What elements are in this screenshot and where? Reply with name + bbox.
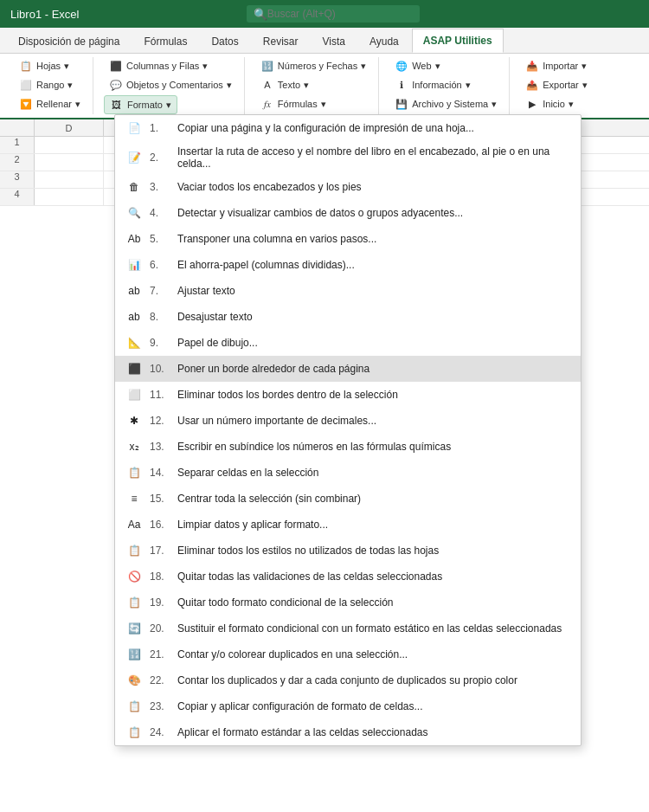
menu-item-19[interactable]: 📋19.Quitar todo formato condicional de l… [115, 590, 581, 615]
btn-hojas[interactable]: 📋 Hojas ▾ [14, 57, 74, 74]
menu-item-3[interactable]: 🗑3.Vaciar todos los encabezados y los pi… [115, 174, 581, 200]
menu-item-text: Limpiar datos y aplicar formato... [177, 519, 570, 531]
dropdown-arrow: ▾ [435, 61, 440, 72]
btn-informacion[interactable]: ℹ Información ▾ [389, 76, 475, 93]
unwrap-text-icon: ab [125, 308, 143, 325]
formato-icon: 🖼 [110, 98, 124, 112]
menu-item-text: Vaciar todos los encabezados y los pies [177, 181, 570, 193]
menu-item-21[interactable]: 🔢21.Contar y/o colorear duplicados en un… [115, 641, 581, 667]
menu-item-text: Papel de dibujo... [177, 337, 570, 349]
menu-item-20[interactable]: 🔄20.Sustituir el formato condicional con… [115, 615, 581, 641]
row-num-header [0, 119, 35, 136]
ribbon-tabs: Disposición de página Fórmulas Datos Rev… [0, 28, 649, 54]
btn-formato[interactable]: 🖼 Formato ▾ [104, 95, 177, 114]
dropdown-arrow: ▾ [582, 80, 588, 91]
menu-item-11[interactable]: ⬜11.Eliminar todos los bordes dentro de … [115, 382, 581, 408]
btn-importar[interactable]: 📥 Importar ▾ [520, 57, 592, 74]
tab-ayuda[interactable]: Ayuda [358, 29, 410, 53]
formulas-icon: 𝑓𝑥 [260, 97, 274, 111]
menu-item-22[interactable]: 🎨22.Contar los duplicados y dar a cada c… [115, 667, 581, 693]
dropdown-arrow: ▾ [466, 80, 471, 91]
menu-item-text: Usar un número importante de decimales..… [177, 415, 570, 427]
clean-data-icon: Aa [125, 516, 143, 533]
btn-rango[interactable]: ⬜ Rango ▾ [14, 76, 78, 93]
menu-item-18[interactable]: 🚫18.Quitar todas las validaciones de las… [115, 564, 581, 590]
btn-web[interactable]: 🌐 Web ▾ [389, 57, 445, 74]
btn-exportar[interactable]: 📤 Exportar ▾ [520, 76, 593, 93]
tab-formulas[interactable]: Fórmulas [132, 29, 198, 53]
menu-item-9[interactable]: 📐9.Papel de dibujo... [115, 330, 581, 356]
count-duplicates-icon: 🔢 [125, 646, 143, 663]
menu-item-text: Ajustar texto [177, 285, 570, 297]
wrap-text-icon: ab [125, 282, 143, 300]
tab-disposition[interactable]: Disposición de página [7, 29, 131, 53]
menu-item-6[interactable]: 📊6.El ahorra-papel (columnas divididas).… [115, 252, 581, 278]
menu-item-7[interactable]: ab7.Ajustar texto [115, 278, 581, 304]
menu-item-num: 20. [150, 622, 170, 635]
dropdown-menu: 📄1.Copiar una página y la configuración … [114, 114, 582, 746]
decimals-icon: ✱ [125, 412, 143, 429]
menu-item-text: Contar los duplicados y dar a cada conju… [177, 674, 570, 686]
menu-item-num: 24. [150, 726, 170, 738]
menu-item-12[interactable]: ✱12.Usar un número importante de decimal… [115, 408, 581, 434]
btn-archivo[interactable]: 💾 Archivo y Sistema ▾ [389, 95, 502, 113]
tab-asap[interactable]: ASAP Utilities [412, 29, 504, 53]
menu-item-text: Eliminar todos los bordes dentro de la s… [177, 389, 570, 401]
dropdown-arrow: ▾ [321, 99, 326, 110]
menu-item-5[interactable]: Ab5.Transponer una columna en varios pas… [115, 226, 581, 252]
menu-item-num: 7. [150, 285, 170, 297]
menu-item-23[interactable]: 📋23.Copiar y aplicar configuración de fo… [115, 693, 581, 719]
dropdown-arrow: ▾ [304, 80, 309, 91]
menu-item-num: 14. [150, 467, 170, 479]
menu-item-text: Detectar y visualizar cambios de datos o… [177, 207, 570, 219]
ribbon-group-columnas: ⬛ Columnas y Filas ▾ 💬 Objetos y Comenta… [97, 57, 245, 114]
copy-page-icon: 📄 [125, 119, 143, 137]
app-title: Libro1 - Excel [10, 8, 79, 21]
tab-revisar[interactable]: Revisar [252, 29, 310, 53]
rellenar-icon: 🔽 [19, 97, 33, 111]
search-input[interactable] [247, 5, 420, 23]
informacion-icon: ℹ [395, 78, 408, 92]
dropdown-arrow: ▾ [166, 100, 171, 111]
tab-vista[interactable]: Vista [311, 29, 356, 53]
objetos-icon: 💬 [109, 78, 123, 92]
btn-formulas[interactable]: 𝑓𝑥 Fórmulas ▾ [255, 95, 331, 113]
menu-item-num: 9. [150, 337, 170, 349]
menu-item-24[interactable]: 📋24.Aplicar el formato estándar a las ce… [115, 719, 581, 745]
menu-item-8[interactable]: ab8.Desajustar texto [115, 304, 581, 330]
tab-datos[interactable]: Datos [200, 29, 249, 53]
border-page-icon: ⬛ [125, 360, 143, 377]
menu-item-num: 3. [150, 181, 170, 193]
dropdown-arrow: ▾ [492, 99, 497, 110]
dropdown-arrow: ▾ [361, 61, 366, 72]
dropdown-arrow: ▾ [64, 61, 69, 72]
menu-item-text: Copiar y aplicar configuración de format… [177, 700, 570, 712]
btn-rellenar[interactable]: 🔽 Rellenar ▾ [14, 95, 86, 113]
dropdown-arrow: ▾ [582, 61, 587, 72]
menu-item-num: 8. [150, 311, 170, 323]
btn-numeros[interactable]: 🔢 Números y Fechas ▾ [255, 57, 371, 74]
menu-item-num: 2. [150, 151, 170, 164]
menu-item-text: Quitar todo formato condicional de la se… [177, 596, 570, 609]
menu-item-14[interactable]: 📋14.Separar celdas en la selección [115, 460, 581, 486]
menu-item-num: 15. [150, 493, 170, 505]
detect-changes-icon: 🔍 [125, 204, 143, 222]
btn-columnas[interactable]: ⬛ Columnas y Filas ▾ [104, 57, 213, 74]
menu-item-text: Quitar todas las validaciones de las cel… [177, 570, 570, 583]
menu-item-2[interactable]: 📝2.Insertar la ruta de acceso y el nombr… [115, 141, 581, 174]
menu-item-1[interactable]: 📄1.Copiar una página y la configuración … [115, 115, 581, 141]
btn-inicio[interactable]: ▶ Inicio ▾ [520, 95, 579, 113]
btn-objetos[interactable]: 💬 Objetos y Comentarios ▾ [104, 76, 237, 93]
menu-item-num: 5. [150, 233, 170, 245]
menu-item-text: Desajustar texto [177, 311, 570, 323]
save-paper-icon: 📊 [125, 256, 143, 274]
menu-item-13[interactable]: x₂13.Escribir en subíndice los números e… [115, 434, 581, 460]
btn-texto[interactable]: A Texto ▾ [255, 76, 314, 93]
menu-item-10[interactable]: ⬛10.Poner un borde alrededor de cada pág… [115, 356, 581, 382]
menu-item-4[interactable]: 🔍4.Detectar y visualizar cambios de dato… [115, 200, 581, 226]
menu-item-num: 12. [150, 415, 170, 427]
menu-item-15[interactable]: ≡15.Centrar toda la selección (sin combi… [115, 486, 581, 512]
menu-item-16[interactable]: Aa16.Limpiar datos y aplicar formato... [115, 512, 581, 538]
menu-item-17[interactable]: 📋17.Eliminar todos los estilos no utiliz… [115, 538, 581, 564]
menu-item-num: 19. [150, 596, 170, 609]
